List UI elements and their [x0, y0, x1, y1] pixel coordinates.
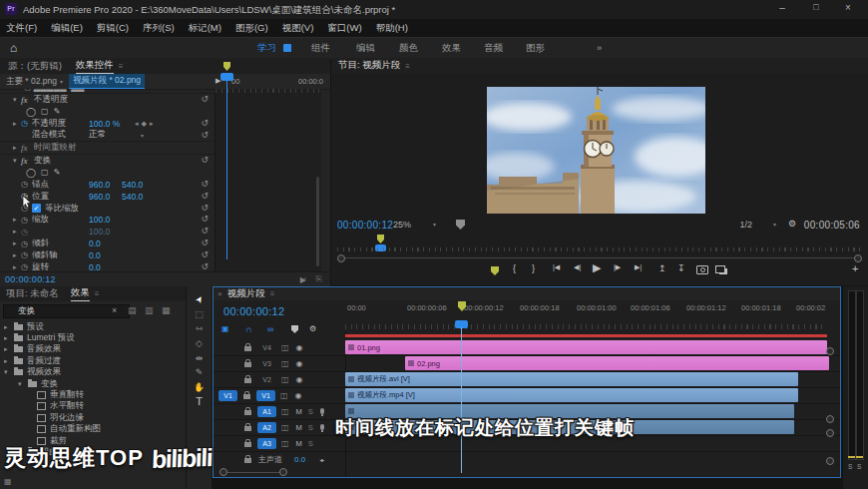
- snap-magnet-icon[interactable]: ∩: [245, 324, 252, 334]
- solo-button[interactable]: S: [308, 423, 313, 432]
- checkbox-checked-icon[interactable]: ✓: [32, 204, 41, 213]
- clip-video-mp4[interactable]: 视频片段.mp4 [V]: [345, 388, 798, 402]
- panel-menu-icon[interactable]: ≡: [270, 289, 275, 298]
- sync-lock-icon[interactable]: ◫: [281, 359, 289, 368]
- param-skew[interactable]: ▸◷倾斜 0.0 ↺: [0, 238, 215, 249]
- reset-icon[interactable]: ↺: [201, 203, 209, 213]
- go-to-in-icon[interactable]: |◀: [553, 263, 560, 271]
- effects-search-input[interactable]: [3, 304, 130, 318]
- tree-item-presets[interactable]: ▸预设: [4, 321, 182, 332]
- reset-icon[interactable]: ↺: [201, 179, 209, 189]
- home-icon[interactable]: ⌂: [10, 41, 17, 55]
- ellipse-mask-icon[interactable]: ◯: [26, 107, 36, 117]
- accepted-effects-bin-icon[interactable]: ▤: [128, 305, 137, 315]
- sync-lock-icon[interactable]: ◫: [281, 343, 289, 352]
- reset-icon[interactable]: ↺: [201, 94, 209, 104]
- reset-icon[interactable]: ↺: [201, 214, 209, 224]
- pen-tool[interactable]: ✎: [196, 365, 204, 380]
- reset-icon[interactable]: ↺: [201, 249, 209, 259]
- lock-icon[interactable]: [244, 346, 251, 351]
- linked-selection-icon[interactable]: ∞: [267, 324, 273, 334]
- pen-mask-icon[interactable]: ✎: [54, 107, 61, 116]
- lock-icon[interactable]: [244, 410, 251, 415]
- param-skew-axis[interactable]: ▸◷倾斜轴 0.0 ↺: [0, 249, 215, 261]
- slip-tool[interactable]: ⇹: [196, 350, 204, 365]
- timeline-settings-wrench-icon[interactable]: ⚙: [309, 324, 316, 333]
- param-blend-mode[interactable]: 混合模式 正常 ▾ ↺: [0, 130, 215, 142]
- sequence-clip-label[interactable]: 视频片段 * 02.png: [69, 74, 145, 89]
- menu-help[interactable]: 帮助(H): [376, 22, 408, 35]
- rect-mask-icon[interactable]: ▢: [41, 168, 49, 177]
- export-frame-camera-icon[interactable]: [696, 265, 708, 274]
- tab-effect-controls[interactable]: 效果控件: [76, 59, 114, 74]
- tree-item-video-effects[interactable]: ▾视频效果: [4, 367, 182, 378]
- reset-icon[interactable]: ↺: [201, 118, 209, 128]
- track-target-a2[interactable]: A2: [257, 422, 276, 433]
- track-visibility-eye-icon[interactable]: ◉: [296, 343, 303, 352]
- param-scale-width[interactable]: ▸◷ 100.0 ↺: [0, 226, 215, 238]
- settings-shield-icon[interactable]: [456, 220, 465, 230]
- chevron-down-icon[interactable]: ▾: [141, 132, 144, 139]
- master-volume-value[interactable]: 0.0: [294, 455, 305, 464]
- workspace-tab-learning[interactable]: 学习: [257, 42, 276, 55]
- track-select-tool[interactable]: ⬚: [195, 307, 204, 322]
- zoom-level-select[interactable]: 25%: [393, 220, 411, 230]
- close-button[interactable]: ×: [834, 2, 862, 13]
- step-back-icon[interactable]: ◀|: [574, 263, 581, 271]
- param-rotation[interactable]: ▸◷旋转 0.0 ↺: [0, 261, 215, 271]
- timeline-vscroll-handle[interactable]: [826, 429, 834, 437]
- minimize-button[interactable]: –: [768, 2, 796, 13]
- effect-group-opacity[interactable]: ▾fx不透明度↺: [0, 93, 215, 106]
- workspace-tab-assembly[interactable]: 组件: [311, 42, 330, 55]
- panel-menu-icon[interactable]: ≡: [119, 62, 124, 71]
- selection-tool[interactable]: ➤: [196, 292, 204, 307]
- master-clip-selector[interactable]: 主要 * 02.png: [6, 76, 57, 88]
- sync-lock-icon[interactable]: ◫: [280, 391, 288, 400]
- workspace-tab-graphics[interactable]: 图形: [526, 42, 545, 55]
- timeline-hscroll-track[interactable]: [223, 472, 285, 473]
- tree-item-auto-reframe[interactable]: 自动重新构图: [4, 424, 182, 435]
- lock-icon[interactable]: [244, 458, 251, 463]
- ellipse-mask-icon[interactable]: ◯: [26, 168, 36, 178]
- lock-icon[interactable]: [244, 442, 251, 447]
- param-anchor-point[interactable]: ◷锚点 960.0540.0 ↺: [0, 179, 215, 191]
- menu-window[interactable]: 窗口(W): [327, 22, 361, 35]
- track-target-v4[interactable]: V4: [257, 342, 276, 353]
- voiceover-mic-icon[interactable]: [320, 408, 324, 414]
- maximize-button[interactable]: □: [802, 2, 830, 12]
- add-button-icon[interactable]: +: [852, 262, 858, 274]
- lift-icon[interactable]: ↥: [658, 263, 666, 273]
- mark-out-icon[interactable]: }: [532, 263, 535, 273]
- mute-button[interactable]: M: [296, 423, 302, 432]
- lock-icon[interactable]: [243, 394, 250, 399]
- track-visibility-eye-icon[interactable]: ◉: [296, 375, 303, 384]
- tree-item-vertical-flip[interactable]: 垂直翻转: [4, 389, 182, 400]
- tree-item-transform-folder[interactable]: ▾变换: [4, 378, 182, 389]
- panel-menu-icon[interactable]: ≡: [405, 62, 410, 71]
- solo-left-label[interactable]: S: [848, 463, 852, 470]
- sync-lock-icon[interactable]: ◫: [281, 375, 289, 384]
- mini-playhead-line[interactable]: [226, 80, 227, 259]
- source-patch-v1[interactable]: V1: [218, 390, 237, 401]
- track-target-v2[interactable]: V2: [257, 374, 276, 385]
- clip-video-avi[interactable]: 视频片段.avi [V]: [345, 372, 798, 386]
- reset-icon[interactable]: ↺: [201, 261, 209, 271]
- timeline-add-marker-icon[interactable]: [291, 325, 298, 333]
- go-to-out-icon[interactable]: ▶|: [635, 263, 642, 271]
- pan-bowtie-icon[interactable]: ◂▸: [319, 456, 323, 463]
- track-target-a1[interactable]: A1: [257, 406, 276, 417]
- param-opacity[interactable]: ▸◷不透明度 100.0 % ◂◆▸ ↺: [0, 118, 215, 130]
- clip-01-png[interactable]: 01.png: [345, 340, 827, 354]
- tree-item-lumetri-presets[interactable]: ▸Lumetri 预设: [4, 332, 182, 343]
- effects-bin-icon[interactable]: ▥: [145, 305, 154, 315]
- close-panel-icon[interactable]: ×: [217, 289, 222, 298]
- solo-button[interactable]: S: [308, 439, 313, 448]
- tab-project[interactable]: 项目: 未命名: [6, 287, 59, 300]
- tab-program-monitor[interactable]: 节目: 视频片段: [338, 59, 400, 73]
- workspace-tab-effects[interactable]: 效果: [442, 42, 461, 55]
- lock-icon[interactable]: [244, 362, 251, 367]
- program-marker-icon[interactable]: [377, 235, 384, 244]
- type-tool[interactable]: T: [196, 394, 203, 409]
- ripple-edit-tool[interactable]: ⇿: [196, 321, 204, 336]
- timeline-vscroll-handle[interactable]: [826, 415, 834, 423]
